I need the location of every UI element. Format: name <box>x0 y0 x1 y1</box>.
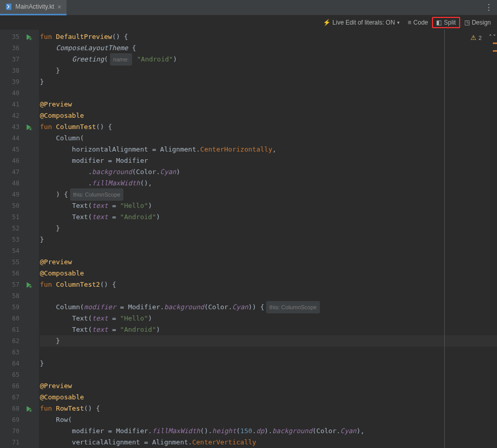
line-number[interactable]: 65 <box>0 369 19 380</box>
code-line[interactable] <box>40 369 497 380</box>
code-line[interactable]: } <box>40 358 497 369</box>
line-number[interactable]: 55 <box>0 257 19 268</box>
stripe-mark[interactable] <box>493 50 497 52</box>
line-number[interactable]: 36 <box>0 42 19 54</box>
code-line[interactable]: fun ColumnTest() { <box>40 121 497 133</box>
line-number[interactable]: 50 <box>0 200 19 211</box>
line-number[interactable]: 66 <box>0 380 19 392</box>
preview-divider[interactable] <box>444 30 445 448</box>
code-line[interactable]: } <box>40 65 497 76</box>
line-number[interactable]: 41 <box>0 99 19 110</box>
line-number[interactable]: 69 <box>0 414 19 425</box>
code-area[interactable]: fun DefaultPreview() { ComposeLayoutThem… <box>39 30 497 448</box>
line-number[interactable]: 67 <box>0 392 19 403</box>
code-line[interactable]: Text(text = "Android") <box>40 324 497 335</box>
design-view-button[interactable]: ◳ Design <box>461 18 494 27</box>
code-line[interactable]: modifier = Modifier <box>40 155 497 166</box>
code-line[interactable]: Text(text = "Hello") <box>40 200 497 211</box>
code-line[interactable] <box>40 245 497 257</box>
code-line[interactable] <box>40 290 497 302</box>
line-number[interactable]: 46 <box>0 155 19 166</box>
run-gutter-icon[interactable] <box>26 124 32 131</box>
line-number[interactable]: 43 <box>0 121 19 133</box>
code-line[interactable]: Text(text = "Android") <box>40 211 497 223</box>
line-number[interactable]: 35 <box>0 31 19 42</box>
code-line[interactable]: fun DefaultPreview() { <box>40 31 497 42</box>
chevron-down-icon: ▾ <box>397 20 400 25</box>
line-number[interactable]: 57 <box>0 279 19 290</box>
code-line[interactable]: @Preview <box>40 380 497 392</box>
line-number[interactable]: 48 <box>0 178 19 189</box>
code-line[interactable]: Greeting(name: "Android") <box>40 54 497 65</box>
code-line[interactable]: @Composable <box>40 268 497 279</box>
line-number[interactable]: 42 <box>0 110 19 121</box>
code-line[interactable]: .fillMaxWidth(), <box>40 178 497 189</box>
code-line[interactable]: Column(modifier = Modifier.background(Co… <box>40 302 497 313</box>
file-tab[interactable]: MainActivity.kt × <box>0 0 67 15</box>
line-number[interactable]: 39 <box>0 76 19 88</box>
code-line[interactable]: horizontalAlignment = Alignment.CenterHo… <box>40 144 497 155</box>
code-line[interactable]: fun ColumnTest2() { <box>40 279 497 290</box>
code-line[interactable]: } <box>40 335 497 347</box>
error-stripe[interactable] <box>492 30 497 448</box>
code-line[interactable] <box>40 347 497 358</box>
code-line[interactable] <box>40 88 497 99</box>
line-number[interactable]: 68 <box>0 403 19 414</box>
run-gutter-icon[interactable] <box>26 34 32 40</box>
close-icon[interactable]: × <box>57 3 61 11</box>
code-line[interactable]: fun RowTest() { <box>40 403 497 414</box>
line-number[interactable]: 51 <box>0 211 19 223</box>
problems-badge[interactable]: ⚠ 2 <box>470 34 482 41</box>
code-line[interactable]: Text(text = "Hello") <box>40 313 497 324</box>
line-number[interactable]: 63 <box>0 347 19 358</box>
line-number[interactable]: 60 <box>0 313 19 324</box>
code-line[interactable]: } <box>40 76 497 88</box>
code-line[interactable]: ComposeLayoutTheme { <box>40 42 497 54</box>
line-number[interactable]: 40 <box>0 88 19 99</box>
run-gutter-icon[interactable] <box>26 406 32 412</box>
line-number[interactable]: 62 <box>0 335 19 347</box>
line-number[interactable]: 71 <box>0 437 19 448</box>
line-number[interactable]: 47 <box>0 166 19 178</box>
code-line[interactable]: @Composable <box>40 392 497 403</box>
stripe-mark[interactable] <box>493 42 497 44</box>
line-number[interactable]: 54 <box>0 245 19 257</box>
fold-strip[interactable] <box>33 30 39 448</box>
run-gutter-icon[interactable] <box>26 282 32 288</box>
design-icon: ◳ <box>464 19 470 26</box>
code-line[interactable]: Column( <box>40 133 497 144</box>
code-line[interactable]: modifier = Modifier.fillMaxWidth().heigh… <box>40 425 497 437</box>
live-edit-toggle[interactable]: ⚡ Live Edit of literals: ON ▾ <box>323 19 400 26</box>
line-number[interactable]: 38 <box>0 65 19 76</box>
code-line[interactable]: @Preview <box>40 99 497 110</box>
code-line[interactable]: @Composable <box>40 110 497 121</box>
line-number[interactable]: 45 <box>0 144 19 155</box>
code-view-button[interactable]: ≡ Code <box>405 18 431 27</box>
live-edit-label: Live Edit of literals: ON <box>333 19 395 26</box>
split-view-button[interactable]: ◧ Split <box>432 17 460 28</box>
line-number[interactable]: 44 <box>0 133 19 144</box>
line-number[interactable]: 70 <box>0 425 19 437</box>
line-number[interactable]: 59 <box>0 302 19 313</box>
tab-bar-menu[interactable]: ⋮ <box>485 3 497 12</box>
line-number[interactable]: 53 <box>0 234 19 245</box>
more-icon[interactable]: ⋮ <box>485 3 493 12</box>
line-number[interactable]: 52 <box>0 223 19 234</box>
code-line[interactable]: } <box>40 234 497 245</box>
code-line[interactable]: verticalAlignment = Alignment.CenterVert… <box>40 437 497 448</box>
line-gutter[interactable]: 3536373839404142434445464748495051525354… <box>0 30 25 448</box>
code-line[interactable]: } <box>40 223 497 234</box>
code-line[interactable]: .background(Color.Cyan) <box>40 166 497 178</box>
line-number[interactable]: 64 <box>0 358 19 369</box>
parameter-hint: name: <box>110 53 132 66</box>
code-line[interactable]: ) {this: ColumnScope <box>40 189 497 200</box>
line-number[interactable]: 37 <box>0 54 19 65</box>
editor-toolbar: ⚡ Live Edit of literals: ON ▾ ≡ Code ◧ S… <box>0 15 497 30</box>
line-number[interactable]: 49 <box>0 189 19 200</box>
line-number[interactable]: 56 <box>0 268 19 279</box>
line-number[interactable]: 58 <box>0 290 19 302</box>
code-icon: ≡ <box>408 19 412 26</box>
code-line[interactable]: @Preview <box>40 257 497 268</box>
code-line[interactable]: Row( <box>40 414 497 425</box>
line-number[interactable]: 61 <box>0 324 19 335</box>
